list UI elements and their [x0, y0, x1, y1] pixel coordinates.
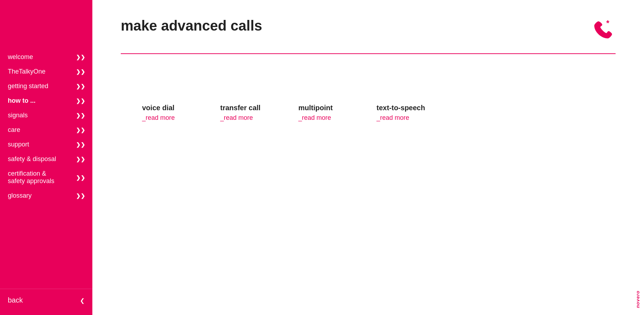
sidebar-item-glossary[interactable]: glossary❯❯ [0, 188, 92, 203]
cards-area: voice dial_read moretransfer call_read m… [121, 104, 616, 122]
sidebar-item-chevron-icon: ❯❯ [76, 82, 85, 90]
sidebar-item-chevron-icon: ❯❯ [76, 97, 85, 105]
back-chevron-icon [80, 296, 85, 304]
sidebar-item-label: support [8, 141, 29, 148]
sidebar-item-label: safety & disposal [8, 155, 56, 163]
sidebar-item-chevron-icon: ❯❯ [76, 112, 85, 119]
svg-text:*: * [606, 18, 610, 27]
sidebar-item-how-to[interactable]: how to ...❯❯ [0, 94, 92, 108]
card-link-text-to-speech[interactable]: _read more [377, 114, 426, 122]
page-header: make advanced calls * [121, 18, 616, 54]
back-label: back [8, 296, 23, 304]
header-phone-icon: * [591, 18, 616, 46]
sidebar-item-label: welcome [8, 53, 33, 61]
sidebar-item-welcome[interactable]: welcome❯❯ [0, 50, 92, 64]
sidebar-item-signals[interactable]: signals❯❯ [0, 108, 92, 123]
page-title: make advanced calls [121, 18, 262, 34]
sidebar-item-safety[interactable]: safety & disposal❯❯ [0, 152, 92, 166]
sidebar-item-label: how to ... [8, 97, 36, 105]
phone-star-svg: * [591, 18, 616, 43]
sidebar-item-label: TheTalkyOne [8, 68, 45, 75]
sidebar-item-label: glossary [8, 192, 32, 199]
card-title-text-to-speech: text-to-speech [377, 104, 426, 112]
main-content: make advanced calls * voice dial_read mo… [92, 0, 644, 315]
card-link-transfer-call[interactable]: _read more [220, 114, 270, 122]
sidebar-nav: welcome❯❯TheTalkyOne❯❯getting started❯❯h… [0, 0, 92, 289]
card-link-multipoint[interactable]: _read more [298, 114, 348, 122]
sidebar: welcome❯❯TheTalkyOne❯❯getting started❯❯h… [0, 0, 92, 315]
sidebar-item-certification[interactable]: certification & safety approvals❯❯ [0, 166, 92, 188]
sidebar-item-getting-started[interactable]: getting started❯❯ [0, 79, 92, 94]
card-voice-dial: voice dial_read more [142, 104, 192, 122]
sidebar-item-thetalky[interactable]: TheTalkyOne❯❯ [0, 64, 92, 79]
card-multipoint: multipoint_read more [298, 104, 348, 122]
sidebar-item-chevron-icon: ❯❯ [76, 68, 85, 75]
card-title-voice-dial: voice dial [142, 104, 192, 112]
sidebar-item-chevron-icon: ❯❯ [76, 192, 85, 199]
card-text-to-speech: text-to-speech_read more [377, 104, 426, 122]
brand-watermark: novero [635, 290, 640, 308]
sidebar-item-chevron-icon: ❯❯ [76, 126, 85, 134]
card-title-transfer-call: transfer call [220, 104, 270, 112]
sidebar-item-chevron-icon: ❯❯ [76, 141, 85, 148]
sidebar-item-label: certification & safety approvals [8, 170, 54, 185]
sidebar-item-care[interactable]: care❯❯ [0, 123, 92, 137]
back-button[interactable]: back [0, 289, 92, 311]
sidebar-item-label: signals [8, 112, 28, 119]
card-title-multipoint: multipoint [298, 104, 348, 112]
card-transfer-call: transfer call_read more [220, 104, 270, 122]
sidebar-item-label: care [8, 126, 20, 134]
sidebar-item-chevron-icon: ❯❯ [76, 53, 85, 61]
sidebar-item-support[interactable]: support❯❯ [0, 137, 92, 152]
sidebar-item-chevron-icon: ❯❯ [76, 174, 85, 181]
sidebar-item-chevron-icon: ❯❯ [76, 155, 85, 163]
sidebar-item-label: getting started [8, 82, 48, 90]
card-link-voice-dial[interactable]: _read more [142, 114, 192, 122]
